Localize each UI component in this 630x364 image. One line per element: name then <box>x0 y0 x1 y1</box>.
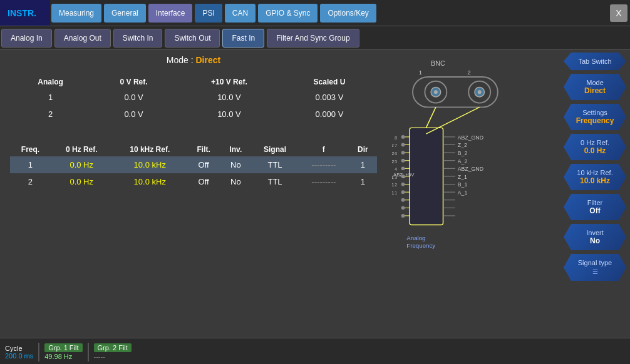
analog-scaled-2: 0.000 V <box>282 106 377 123</box>
svg-text:Frequency: Frequency <box>406 242 435 249</box>
sub-analog-in[interactable]: Analog In <box>1 29 52 48</box>
mode-label: Mode : <box>167 55 194 65</box>
settings-frequency-button[interactable]: Settings Frequency <box>564 104 626 130</box>
main-area: Mode : Direct Analog 0 V Ref. +10 V Ref.… <box>0 50 630 338</box>
settings-btn-label: Settings <box>566 109 624 116</box>
svg-point-26 <box>401 166 405 170</box>
close-button[interactable]: X <box>610 4 627 22</box>
svg-text:B_1: B_1 <box>458 181 468 188</box>
svg-text:Z_2: Z_2 <box>458 142 467 148</box>
nav-gpio[interactable]: GPIO & Sync <box>258 4 318 23</box>
svg-text:2: 2 <box>395 182 397 188</box>
svg-text:A_2: A_2 <box>392 159 394 164</box>
nav-interface[interactable]: Interface <box>148 4 193 23</box>
invert-button[interactable]: Invert No <box>564 224 626 250</box>
grp1-section: Grp. 1 Filt 49.98 Hz <box>44 343 82 360</box>
ref0hz-label: 0 Hz Ref. <box>566 139 624 146</box>
freq-f-1: --------- <box>299 156 349 173</box>
cycle-value: 200.0 ms <box>5 352 33 360</box>
ref0-col-header: 0 V Ref. <box>91 75 177 89</box>
svg-text:Z_1: Z_1 <box>392 174 394 180</box>
svg-text:8: 8 <box>395 135 397 141</box>
svg-text:Z_2: Z_2 <box>392 143 394 148</box>
freq-filt-2: Off <box>187 173 220 190</box>
freq-col-ref0: 0 Hz Ref. <box>51 143 113 156</box>
nav-can[interactable]: CAN <box>225 4 256 23</box>
svg-text:5: 5 <box>395 159 397 164</box>
analog-id-1: 1 <box>10 89 91 106</box>
freq-table: Freq. 0 Hz Ref. 10 kHz Ref. Filt. Inv. S… <box>10 143 377 190</box>
freq-col-freq: Freq. <box>10 143 51 156</box>
freq-signal-1: TTL <box>251 156 298 173</box>
ref0hz-value: 0.0 Hz <box>566 146 624 155</box>
filter-button[interactable]: Filter Off <box>564 194 626 220</box>
mode-row: Mode : Direct <box>10 55 377 65</box>
svg-text:ABZ_GND: ABZ_GND <box>458 134 483 141</box>
analog-ref10-1: 10.0 V <box>177 89 282 106</box>
sub-switch-in[interactable]: Switch In <box>113 29 163 48</box>
freq-col-dir: Dir <box>349 143 377 156</box>
filter-label: Filter <box>566 199 624 206</box>
freq-dir-1: 1 <box>349 156 377 173</box>
list-icon: ☰ <box>592 268 598 275</box>
analog-row-2[interactable]: 2 0.0 V 10.0 V 0.000 V <box>10 106 377 123</box>
svg-text:B_1: B_1 <box>392 182 394 188</box>
grp2-section: Grp. 2 Filt ----- <box>94 343 132 360</box>
nav-psi[interactable]: PSI <box>195 4 222 23</box>
analog-ref10-2: 10.0 V <box>177 106 282 123</box>
svg-text:B_2: B_2 <box>458 150 468 156</box>
svg-point-30 <box>401 198 405 202</box>
sub-filter-sync[interactable]: Filter And Sync Group <box>267 29 359 48</box>
nav-options[interactable]: Options/Key <box>320 4 376 23</box>
divider2 <box>88 343 89 361</box>
nav-measuring[interactable]: Measuring <box>51 4 101 23</box>
ref10-col-header: +10 V Ref. <box>177 75 282 89</box>
svg-point-24 <box>401 151 405 154</box>
signal-type-button[interactable]: Signal type ☰ <box>564 254 626 281</box>
sub-switch-out[interactable]: Switch Out <box>165 29 220 48</box>
svg-line-69 <box>426 107 436 128</box>
freq-ref10-2: 10.0 kHz <box>112 173 187 190</box>
mode-value: Direct <box>196 55 221 65</box>
svg-text:6: 6 <box>395 151 397 156</box>
ref10khz-button[interactable]: 10 kHz Ref. 10.0 kHz <box>564 164 626 190</box>
tab-switch-button[interactable]: Tab Switch <box>564 53 626 70</box>
status-bar: Cycle 200.0 ms Grp. 1 Filt 49.98 Hz Grp.… <box>0 338 630 364</box>
svg-point-25 <box>401 159 405 163</box>
mode-button[interactable]: Mode Direct <box>564 74 626 100</box>
freq-id-2: 2 <box>10 173 51 190</box>
diagram-panel: BNC 1 2 <box>387 50 562 338</box>
freq-id-1: 1 <box>10 156 51 173</box>
left-panel: Mode : Direct Analog 0 V Ref. +10 V Ref.… <box>0 50 387 338</box>
invert-value: No <box>566 236 624 245</box>
scaled-col-header: Scaled U <box>282 75 377 89</box>
freq-row-1[interactable]: 1 0.0 Hz 10.0 kHz Off No TTL --------- 1 <box>10 156 377 173</box>
svg-point-6 <box>434 90 438 94</box>
freq-row-2[interactable]: 2 0.0 Hz 10.0 kHz Off No TTL --------- 1 <box>10 173 377 190</box>
sub-analog-out[interactable]: Analog Out <box>54 29 111 48</box>
connector-diagram: BNC 1 2 <box>392 55 555 255</box>
freq-signal-2: TTL <box>251 173 298 190</box>
cycle-section: Cycle 200.0 ms <box>5 345 33 360</box>
svg-point-23 <box>401 143 405 147</box>
ref0hz-button[interactable]: 0 Hz Ref. 0.0 Hz <box>564 134 626 160</box>
sub-fast-in[interactable]: Fast In <box>222 29 264 48</box>
app-title: INSTR. <box>0 0 50 26</box>
analog-row-1[interactable]: 1 0.0 V 10.0 V 0.003 V <box>10 89 377 106</box>
svg-text:ABZ_+5V: ABZ_+5V <box>393 172 415 178</box>
freq-dir-2: 1 <box>349 173 377 190</box>
svg-text:A_1: A_1 <box>392 190 394 196</box>
grp2-value: ----- <box>94 353 132 360</box>
freq-col-signal: Signal <box>251 143 298 156</box>
nav-general[interactable]: General <box>104 4 146 23</box>
svg-text:BNC: BNC <box>431 59 445 67</box>
svg-text:7: 7 <box>395 143 397 148</box>
cycle-label: Cycle <box>5 345 33 352</box>
svg-text:1: 1 <box>395 190 397 196</box>
filter-value: Off <box>566 206 624 215</box>
svg-point-28 <box>401 183 405 186</box>
svg-point-22 <box>401 135 405 139</box>
svg-text:ABZ_GND: ABZ_GND <box>458 166 483 172</box>
analog-col-header: Analog <box>10 75 91 89</box>
freq-col-filt: Filt. <box>187 143 220 156</box>
